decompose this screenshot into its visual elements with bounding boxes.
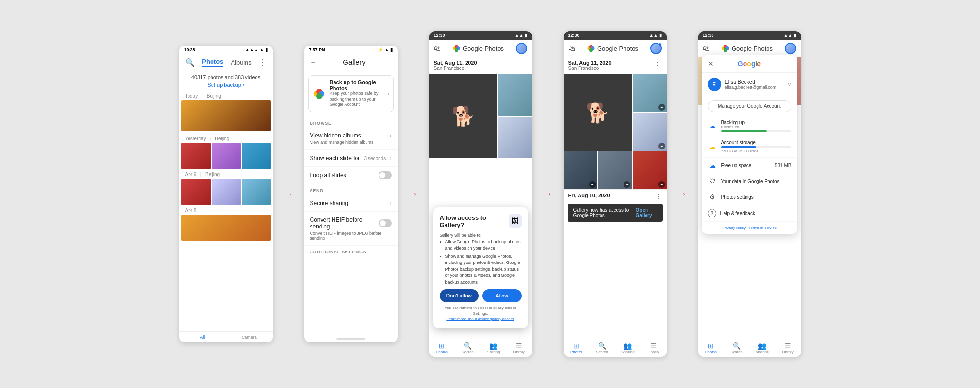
p4-nav-sharing-label: Sharing	[621, 350, 635, 354]
photo-7[interactable]	[181, 215, 271, 241]
menu-slide-for[interactable]: Show each slide for 3 seconds ›	[304, 150, 398, 167]
photo-4-4[interactable]: ☁	[598, 151, 632, 189]
user-avatar-5[interactable]	[785, 43, 796, 54]
p5-search-icon: 🔍	[724, 342, 749, 350]
dialog-icon: 🖼	[509, 214, 521, 228]
photo-1[interactable]	[181, 143, 211, 169]
p5-nav-photos[interactable]: ⊞ Photos	[698, 341, 724, 355]
nav-library[interactable]: ☰ Library	[506, 341, 532, 355]
main-photo[interactable]	[429, 74, 497, 158]
notification-badge	[658, 43, 662, 46]
panel-close[interactable]: ✕	[708, 60, 713, 68]
photo-3[interactable]	[242, 143, 271, 169]
phone3-date-bar: Sat, Aug 11, 2020 San Francisco	[429, 57, 532, 74]
privacy-link[interactable]: Privacy policy	[722, 226, 746, 230]
phone2-backup-card[interactable]: Back up to Google Photos Keep your photo…	[308, 75, 394, 112]
photo-grid-yesterday	[179, 143, 273, 169]
p5-nav-search[interactable]: 🔍 Search	[724, 341, 749, 355]
heif-toggle[interactable]	[379, 219, 391, 227]
nav-sharing[interactable]: 👥 Sharing	[480, 341, 506, 355]
panel-help-row[interactable]: ? Help & feedback	[702, 205, 797, 222]
search-icon[interactable]: 🔍	[185, 58, 195, 67]
account-email: elisa.g.beckett@gmail.com	[725, 85, 783, 90]
p4-nav-library[interactable]: ☰ Library	[641, 341, 667, 355]
phone3-date: Sat, Aug 11, 2020	[434, 60, 527, 66]
terms-link[interactable]: Terms of service	[749, 226, 777, 230]
photo-2[interactable]	[212, 143, 241, 169]
photo-4-3[interactable]: ☁	[564, 151, 597, 189]
backup-menu-title: Backing up	[721, 120, 791, 125]
more-icon[interactable]: ⋮	[259, 58, 267, 67]
phone1-backup-link[interactable]: Set up backup ›	[179, 81, 273, 91]
phone3-status-icons: ▲▲ ▮	[515, 33, 527, 38]
photo-5[interactable]	[212, 179, 241, 205]
tab-photos[interactable]: Photos	[202, 58, 223, 67]
phone5-status-icons: ▲▲ ▮	[784, 33, 796, 38]
p5-nav-library[interactable]: ☰ Library	[775, 341, 801, 355]
bottom-tab-camera[interactable]: Camera	[226, 334, 273, 341]
bottom-tab-all[interactable]: All	[179, 334, 226, 341]
menu-secure-sharing[interactable]: Secure sharing ›	[304, 195, 398, 212]
phone1-header: 🔍 Photos Albums ⋮	[179, 54, 273, 71]
side-photo-4-2[interactable]: ☁	[633, 113, 667, 151]
section-browse: BROWSE	[304, 117, 398, 127]
nav-search-label: Search	[461, 350, 473, 354]
user-avatar[interactable]	[516, 43, 527, 54]
cloud-icon: ☁	[658, 104, 665, 111]
more-icon-date2[interactable]: ⋮	[655, 193, 662, 200]
p4-nav-search[interactable]: 🔍 Search	[589, 341, 615, 355]
panel-settings-row[interactable]: ⚙ Photos settings	[702, 189, 797, 205]
svg-point-3	[316, 93, 322, 99]
tab-albums[interactable]: Albums	[231, 59, 251, 66]
loop-toggle[interactable]	[379, 171, 392, 179]
arrow2-icon: →	[408, 188, 419, 200]
photo-4-5[interactable]: ☁	[633, 151, 666, 189]
phone3-header: 🛍 Google Photos	[429, 40, 532, 57]
dont-allow-button[interactable]: Don't allow	[440, 289, 479, 302]
photo-6[interactable]	[242, 179, 271, 205]
side-photo-2[interactable]	[498, 117, 532, 159]
photo-4[interactable]	[181, 179, 211, 205]
side-photo-4-1[interactable]: ☁	[633, 74, 667, 112]
menu-loop-slides[interactable]: Loop all slides	[304, 167, 398, 184]
panel-free-space-row[interactable]: ☁ Free up space 531 MB	[702, 158, 797, 173]
date-section-apr9: Apr 9 | Beijing	[179, 169, 273, 179]
phone4-photo-grid: ☁ ☁	[564, 74, 667, 151]
backup-icon: ☁	[708, 122, 717, 130]
secure-chevron: ›	[390, 200, 392, 206]
nav-search[interactable]: 🔍 Search	[455, 341, 480, 355]
storage-bar	[721, 146, 791, 148]
user-avatar-4[interactable]	[650, 43, 662, 54]
p4-nav-sharing[interactable]: 👥 Sharing	[615, 341, 641, 355]
more-icon-4[interactable]: ⋮	[654, 61, 662, 70]
p4-nav-photos[interactable]: ⊞ Photos	[564, 341, 590, 355]
arrow4: →	[675, 188, 690, 200]
panel-data-row[interactable]: 🛡 Your data in Google Photos	[702, 173, 797, 189]
phone3-status-bar: 12:30 ▲▲ ▮	[429, 31, 532, 40]
p5-nav-sharing[interactable]: 👥 Sharing	[749, 341, 775, 355]
nav-photos[interactable]: ⊞ Photos	[429, 341, 455, 355]
cart-icon: 🛍	[568, 45, 575, 52]
account-chevron[interactable]: ∨	[787, 81, 791, 88]
panel-header: ✕ Google	[702, 55, 797, 73]
back-icon[interactable]: ←	[310, 58, 317, 66]
footer-link[interactable]: Learn more about device gallery access	[446, 317, 514, 321]
google-label: Google	[738, 60, 761, 68]
toast-action[interactable]: Open Gallery	[636, 207, 657, 218]
menu-convert-heif[interactable]: Convert HEIF before sending Convert HEIF…	[304, 212, 398, 246]
manage-account-btn[interactable]: Manage your Google Account	[708, 100, 791, 112]
wifi-icon: ▲	[385, 47, 389, 52]
menu-hidden-title: View hidden albums	[310, 132, 361, 139]
gp-text-5: Google Photos	[732, 45, 773, 52]
gp-text: Google Photos	[463, 45, 504, 52]
side-photo-1[interactable]	[498, 74, 532, 116]
menu-hidden-albums[interactable]: View hidden albums › View and manage hid…	[304, 127, 398, 150]
free-space-icon: ☁	[708, 161, 717, 169]
p4-library-icon: ☰	[641, 342, 667, 350]
phone4-photos-row2: ☁ ☁ ☁	[564, 151, 667, 189]
phone4-toast: Gallery now has access to Google Photos …	[568, 204, 663, 222]
storage-menu-sub: 7.5 GB of 15 GB used	[721, 149, 791, 153]
photo-today-main[interactable]	[181, 100, 271, 131]
allow-button[interactable]: Allow	[482, 289, 522, 302]
main-photo-4[interactable]	[564, 74, 632, 151]
